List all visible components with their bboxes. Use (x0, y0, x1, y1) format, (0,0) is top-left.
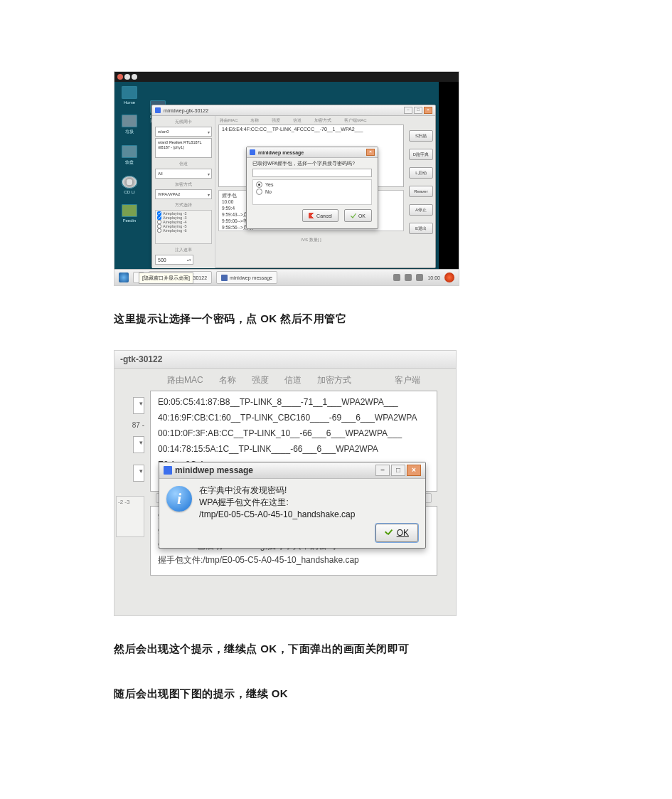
network-row[interactable]: 40:16:9F:CB:C1:60__TP-LINK_CBC160____-69… (158, 410, 430, 425)
window-titlebar[interactable]: minidwep-gtk-30122 – □ × (152, 105, 435, 116)
radio-icon (256, 181, 262, 188)
cancel-button[interactable]: Cancel (302, 209, 338, 222)
section-label: 信道 (155, 161, 212, 167)
network-row[interactable]: 14:E6:E4:4F:CC:CC__TP-LINK_4FCCCC__-70__… (222, 127, 400, 132)
clock: 10:00 (427, 275, 440, 280)
stop-button[interactable]: A停止 (409, 204, 433, 216)
taskbar-item[interactable]: minidwep message (216, 271, 277, 284)
display-icon[interactable] (405, 274, 412, 281)
task-icon (221, 275, 228, 281)
maximize-button[interactable]: □ (414, 107, 422, 114)
launch-button[interactable]: L启动 (409, 167, 433, 179)
radio-label: No (265, 189, 272, 194)
col-client: 客户端 (395, 374, 420, 386)
combo-crop[interactable] (133, 436, 144, 453)
caption-2: 然后会出现这个提示，继续点 OK，下面弹出的画面关闭即可 (114, 642, 672, 656)
minimize-button[interactable]: – (375, 465, 390, 476)
dialog-titlebar[interactable]: minidwep message × (247, 147, 378, 158)
col-client: 客户端MAC (344, 117, 366, 124)
combo-crop[interactable] (133, 397, 144, 414)
log-line: 握手包 (222, 193, 237, 198)
column-headers: 路由MAC 名称 强度 信道 加密方式 客户端MAC (215, 116, 407, 125)
desktop-disk-icon[interactable]: 软盘 (122, 145, 137, 166)
left-panel-crop: 87 - -2 -3 (114, 369, 147, 615)
app-icon (155, 107, 161, 113)
msg-line: WPA握手包文件在这里: (199, 497, 355, 509)
screenshot-1: Home Inflator 1.0 垃圾 软盘 CD LI Feedin min… (114, 71, 459, 286)
msg-line: /tmp/E0-05-C5-A0-45-10_handshake.cap (199, 509, 355, 521)
combo-value: All (158, 171, 163, 176)
icon-label: Home (124, 100, 135, 105)
encryption-combo[interactable]: WPA/WPA2 (155, 189, 212, 199)
right-crop (440, 369, 456, 615)
section-label: 注入速率 (155, 247, 212, 253)
footer-bar: IVS 数量[ ] (215, 234, 407, 245)
dialog-text-input[interactable] (252, 169, 372, 177)
button-label: Cancel (316, 213, 332, 218)
network-row[interactable]: E0:05:C5:41:87:B8__TP-LINK_8____-71__1__… (158, 394, 430, 410)
black-letterbox (439, 82, 459, 270)
minimize-button[interactable]: – (404, 107, 412, 114)
button-label: OK (397, 528, 409, 538)
dialog-radio-group: Yes No (252, 179, 372, 205)
dialog-message: 在字典中没有发现密码! WPA握手包文件在这里: /tmp/E0-05-C5-A… (199, 485, 355, 521)
scan-button[interactable]: S扫描 (409, 130, 433, 142)
desktop-home-icon[interactable]: Home (122, 86, 137, 105)
radio-no[interactable]: No (256, 189, 368, 195)
msg-line: 在字典中没有发现密码! (199, 485, 355, 497)
vm-btn-icon (132, 74, 137, 80)
close-button[interactable]: × (424, 107, 432, 114)
network-row[interactable]: 00:14:78:15:5A:1C__TP-LINK____-66___6___… (158, 441, 430, 457)
maximize-button[interactable]: □ (391, 465, 405, 476)
col-mac: 路由MAC (220, 117, 238, 124)
network-icon[interactable] (416, 274, 423, 281)
desktop-cd-icon[interactable]: CD LI (122, 176, 137, 194)
ok-button[interactable]: OK (344, 209, 372, 222)
reaver-button[interactable]: Reaver (409, 186, 433, 197)
dialog-icon (250, 149, 255, 155)
dialog-title: minidwep message (175, 465, 253, 475)
desktop-trash-icon[interactable]: 垃圾 (122, 115, 137, 135)
col-enc: 加密方式 (317, 374, 351, 386)
col-channel: 信道 (284, 374, 302, 386)
dialog-title: minidwep message (258, 150, 304, 155)
log-line: 10:00 (222, 199, 233, 204)
adapter-combo[interactable]: wlan0 (155, 127, 212, 137)
col-name: 名称 (250, 117, 259, 124)
screenshot-2: -gtk-30122 87 - -2 -3 路由MAC 名称 强度 (114, 350, 457, 616)
col-signal: 强度 (272, 117, 280, 124)
section-label: 无线网卡 (155, 119, 212, 125)
dialog-titlebar[interactable]: minidwep message – □ × (159, 462, 425, 479)
power-button[interactable] (444, 272, 454, 282)
right-buttons: S扫描 D跑字典 L启动 Reaver A停止 E退出 (407, 116, 435, 268)
ok-button[interactable]: OK (375, 524, 418, 542)
col-name: 名称 (219, 374, 236, 386)
window-title: minidwep-gtk-30122 (164, 108, 208, 113)
channel-combo[interactable]: All (155, 169, 212, 179)
combo-crop[interactable] (133, 465, 144, 482)
dialog-close-button[interactable]: × (366, 149, 375, 156)
log-line: 握手包文件:/tmp/E0-05-C5-A0-45-10_handshake.c… (158, 553, 430, 567)
window-titlebar[interactable]: -gtk-30122 (114, 351, 456, 369)
task-label: minidwep message (230, 275, 272, 280)
desktop-feed-icon[interactable]: Feedin (122, 204, 137, 223)
mode-checklist[interactable]: Aireplaying -2 Aireplaying -3 Aireplayin… (155, 210, 212, 244)
dialog-icon (164, 466, 172, 475)
radio-yes[interactable]: Yes (256, 181, 368, 188)
dict-button[interactable]: D跑字典 (409, 149, 433, 160)
network-row[interactable]: 00:1D:0F:3F:AB:CC__TP-LINK_10__-66___6__… (158, 425, 430, 441)
mode-list-crop[interactable]: -2 -3 (116, 496, 144, 537)
cancel-icon (309, 213, 314, 218)
volume-icon[interactable] (393, 274, 400, 281)
rate-spinner[interactable]: 500 (155, 255, 193, 265)
system-tray: 10:00 (393, 272, 454, 282)
start-button[interactable] (119, 272, 129, 282)
caption-1: 这里提示让选择一个密码，点 OK 然后不用管它 (114, 312, 672, 326)
section-label: 加密方式 (155, 181, 212, 188)
mode-checkbox[interactable] (157, 228, 161, 233)
col-signal: 强度 (252, 374, 269, 386)
vm-btn-icon (124, 74, 130, 80)
close-button[interactable]: × (407, 465, 421, 476)
exit-button[interactable]: E退出 (409, 223, 433, 234)
radio-icon (256, 189, 262, 195)
